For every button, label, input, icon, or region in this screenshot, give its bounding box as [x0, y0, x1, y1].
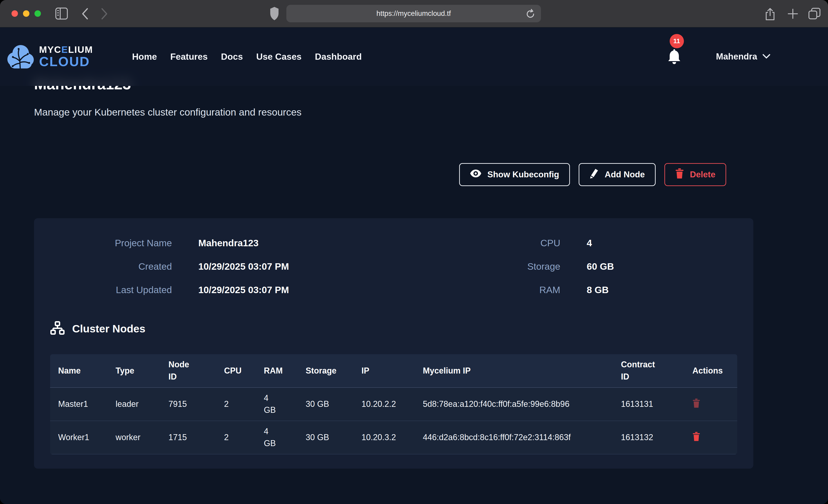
brand-wordmark: MYCELIUM CLOUD	[39, 45, 93, 68]
cpu-label: CPU	[431, 238, 560, 249]
node-name: Master1	[50, 387, 108, 421]
col-storage: Storage	[298, 354, 354, 387]
main-nav: Home Features Docs Use Cases Dashboard	[132, 52, 362, 62]
back-button-icon[interactable]	[81, 7, 89, 20]
show-kubeconfig-label: Show Kubeconfig	[487, 170, 559, 179]
col-name: Name	[50, 354, 108, 387]
browser-window: https://myceliumcloud.tf	[0, 0, 828, 504]
node-ram: 4 GB	[256, 387, 298, 421]
new-tab-icon[interactable]	[787, 7, 799, 20]
node-cpu: 2	[216, 387, 256, 421]
cluster-nodes-title: Cluster Nodes	[72, 322, 146, 335]
pencil-icon	[589, 168, 598, 180]
node-type: leader	[108, 387, 160, 421]
ram-value: 8 GB	[587, 285, 740, 295]
node-id: 1715	[160, 421, 216, 454]
project-info-grid: Project Name Mahendra123 CPU 4 Created 1…	[34, 238, 753, 295]
node-actions	[685, 387, 737, 421]
navbar-right: 11 Mahendra	[667, 48, 771, 65]
col-mycelium-ip: Mycelium IP	[415, 354, 613, 387]
show-kubeconfig-button[interactable]: Show Kubeconfig	[459, 163, 570, 186]
add-node-label: Add Node	[605, 170, 645, 179]
browser-chrome: https://myceliumcloud.tf	[0, 0, 828, 27]
node-cpu: 2	[216, 421, 256, 454]
col-node-id: Node ID	[160, 354, 216, 387]
nav-item-docs[interactable]: Docs	[221, 52, 243, 62]
user-name: Mahendra	[716, 52, 757, 61]
delete-label: Delete	[690, 170, 715, 179]
node-ip: 10.20.2.2	[354, 387, 415, 421]
storage-label: Storage	[431, 261, 560, 272]
add-node-button[interactable]: Add Node	[579, 163, 656, 186]
node-storage: 30 GB	[298, 387, 354, 421]
col-actions: Actions	[685, 354, 737, 387]
sidebar-toggle-icon[interactable]	[55, 7, 68, 20]
nav-item-home[interactable]: Home	[132, 52, 157, 62]
delete-node-button[interactable]	[693, 432, 700, 441]
nav-item-features[interactable]: Features	[170, 52, 208, 62]
last-updated-label: Last Updated	[48, 285, 172, 295]
node-contract-id: 1613131	[613, 387, 685, 421]
tab-overview-icon[interactable]	[808, 7, 821, 20]
main-content: Mahendra123 Manage your Kubernetes clust…	[0, 27, 828, 469]
share-icon[interactable]	[764, 7, 776, 21]
created-label: Created	[48, 261, 172, 272]
ram-label: RAM	[431, 285, 560, 295]
table-row: Worker1 worker 1715 2 4 GB 30 GB 10.20.3…	[50, 421, 737, 454]
created-value: 10/29/2025 03:07 PM	[198, 261, 405, 272]
cluster-nodes-header: Cluster Nodes	[50, 321, 753, 336]
forward-button-icon[interactable]	[101, 7, 109, 20]
col-ram: RAM	[256, 354, 298, 387]
project-name-label: Project Name	[48, 238, 172, 249]
url-text: https://myceliumcloud.tf	[376, 9, 451, 18]
node-mycelium-ip: 446:d2a6:8bcd:8c16:ff0f:72e2:3114:863f	[415, 421, 613, 454]
node-mycelium-ip: 5d8:78ea:a120:f40c:ff0f:a5fe:99e6:8b96	[415, 387, 613, 421]
notifications-button[interactable]: 11	[667, 48, 681, 65]
cluster-actions: Show Kubeconfig Add Node	[34, 163, 794, 186]
col-type: Type	[108, 354, 160, 387]
nav-item-dashboard[interactable]: Dashboard	[315, 52, 362, 62]
cpu-value: 4	[587, 238, 740, 249]
bell-icon	[667, 61, 681, 65]
node-type: worker	[108, 421, 160, 454]
mycelium-cloud-logo-icon	[6, 41, 35, 72]
col-contract-id: Contract ID	[613, 354, 685, 387]
delete-cluster-button[interactable]: Delete	[664, 163, 726, 186]
nav-item-use-cases[interactable]: Use Cases	[256, 52, 301, 62]
storage-value: 60 GB	[587, 261, 740, 272]
privacy-shield-icon	[270, 6, 280, 21]
nodes-table: Name Type Node ID CPU RAM Storage IP Myc…	[50, 354, 737, 454]
network-nodes-icon	[50, 321, 65, 336]
zoom-window-button[interactable]	[35, 10, 41, 17]
eye-icon	[470, 169, 482, 180]
node-ip: 10.20.3.2	[354, 421, 415, 454]
close-window-button[interactable]	[11, 10, 18, 17]
address-bar[interactable]: https://myceliumcloud.tf	[286, 5, 541, 22]
minimize-window-button[interactable]	[23, 10, 30, 17]
node-id: 7915	[160, 387, 216, 421]
trash-icon	[675, 168, 684, 180]
project-info-panel: Project Name Mahendra123 CPU 4 Created 1…	[34, 218, 753, 469]
site-navbar: MYCELIUM CLOUD Home Features Docs Use Ca…	[0, 27, 828, 86]
chevron-down-icon	[762, 53, 771, 60]
node-ram: 4 GB	[256, 421, 298, 454]
notification-badge: 11	[670, 34, 684, 48]
last-updated-value: 10/29/2025 03:07 PM	[198, 285, 405, 295]
project-name-value: Mahendra123	[198, 238, 405, 249]
node-name: Worker1	[50, 421, 108, 454]
delete-node-button[interactable]	[693, 398, 700, 408]
table-header-row: Name Type Node ID CPU RAM Storage IP Myc…	[50, 354, 737, 387]
brand-logo[interactable]: MYCELIUM CLOUD	[6, 41, 93, 72]
user-menu[interactable]: Mahendra	[716, 52, 771, 61]
node-actions	[685, 421, 737, 454]
node-storage: 30 GB	[298, 421, 354, 454]
reload-icon[interactable]	[526, 9, 535, 20]
page-body: Mahendra123 Manage your Kubernetes clust…	[0, 27, 828, 504]
table-row: Master1 leader 7915 2 4 GB 30 GB 10.20.2…	[50, 387, 737, 421]
node-contract-id: 1613132	[613, 421, 685, 454]
page-subtitle: Manage your Kubernetes cluster configura…	[34, 107, 794, 118]
col-ip: IP	[354, 354, 415, 387]
col-cpu: CPU	[216, 354, 256, 387]
